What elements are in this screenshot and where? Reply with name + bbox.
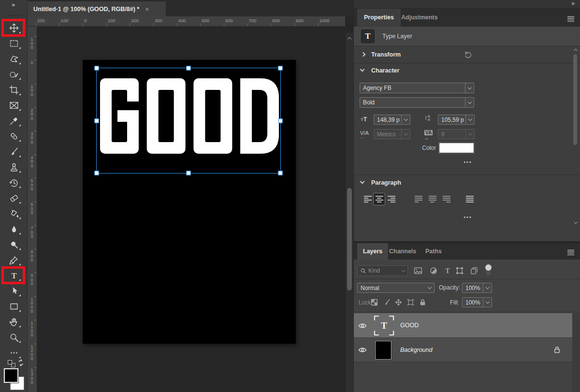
chevron-down-icon[interactable] — [401, 115, 410, 124]
filter-toggle[interactable] — [485, 265, 492, 276]
tool-eyedropper-tool[interactable] — [0, 114, 28, 128]
v-ruler-label: 1 2 0 0 — [29, 345, 35, 361]
tracking-input[interactable]: 0 — [438, 129, 475, 139]
handle-middle-left[interactable] — [95, 118, 99, 123]
handle-bottom-right[interactable] — [278, 171, 283, 175]
visibility-eye-icon[interactable] — [358, 322, 367, 331]
layer-row-background[interactable]: Background — [354, 338, 572, 362]
type-filter-icon[interactable]: T — [444, 267, 451, 276]
tab-channels[interactable]: Channels — [383, 243, 422, 260]
tool-blur-tool[interactable] — [0, 222, 28, 236]
tool-clone-stamp-tool[interactable] — [0, 160, 28, 174]
tool-rectangle-tool[interactable] — [0, 300, 28, 313]
canvas-scrollbar[interactable] — [345, 33, 353, 392]
pasteboard[interactable] — [37, 27, 337, 392]
chevron-down-icon[interactable] — [483, 298, 492, 307]
chevron-down-icon[interactable] — [465, 83, 474, 93]
svg-text:T: T — [445, 267, 450, 275]
horizontal-ruler: 20010001002003004005006007008009001000 — [28, 16, 345, 27]
character-more-options[interactable]: ••• — [453, 159, 482, 165]
tool-dodge-tool[interactable] — [0, 238, 28, 251]
tool-marquee-tool[interactable] — [0, 37, 28, 50]
lock-pixels-icon[interactable] — [383, 299, 391, 308]
chevron-down-icon[interactable] — [465, 130, 474, 139]
align-left-button[interactable] — [362, 193, 373, 205]
align-center-button[interactable] — [374, 193, 385, 205]
tool-history-brush-tool[interactable] — [0, 176, 28, 189]
font-family-select[interactable]: Agency FB — [360, 83, 474, 93]
foreground-color-swatch[interactable] — [4, 368, 18, 383]
tool-move-tool[interactable] — [0, 21, 28, 35]
background-layer-thumbnail[interactable] — [375, 341, 392, 360]
chevron-down-icon[interactable] — [465, 115, 474, 124]
document-tab[interactable]: Untitled-1 @ 100% (GOOD, RGB/8#) * × — [28, 1, 166, 16]
tool-frame-tool[interactable] — [0, 99, 28, 112]
handle-middle-right[interactable] — [278, 118, 283, 123]
tool-healing-brush-tool[interactable] — [0, 130, 28, 143]
chevron-down-icon[interactable] — [425, 283, 434, 292]
chevron-down-icon[interactable] — [483, 283, 492, 292]
justify-center-button[interactable] — [427, 193, 438, 205]
image-filter-icon[interactable] — [414, 267, 422, 276]
handle-top-right[interactable] — [278, 66, 283, 71]
tool-crop-tool[interactable] — [0, 83, 28, 97]
lock-all-icon[interactable] — [420, 299, 426, 308]
tool-object-selection-tool[interactable] — [0, 68, 28, 81]
tab-adjustments[interactable]: Adjustments — [394, 9, 445, 27]
fill-input[interactable]: 100% — [462, 297, 492, 307]
tool-brush-tool[interactable] — [0, 145, 28, 159]
layer-filter-search[interactable]: Kind — [357, 265, 408, 276]
layers-menu-icon[interactable] — [567, 248, 575, 257]
visibility-eye-icon[interactable] — [358, 347, 367, 355]
chevron-down-icon[interactable] — [360, 179, 365, 184]
lock-position-icon[interactable] — [395, 299, 402, 308]
tool-eraser-tool[interactable] — [0, 191, 28, 205]
text-color-swatch[interactable] — [439, 143, 474, 153]
tool-lasso-tool[interactable] — [0, 52, 28, 66]
paragraph-more-options[interactable]: ••• — [453, 214, 482, 220]
panel-collapse-icon[interactable]: » — [571, 0, 575, 7]
type-layer-thumbnail[interactable]: T — [374, 315, 394, 336]
align-right-button[interactable] — [386, 193, 397, 205]
lock-transparency-icon[interactable] — [371, 299, 378, 308]
scroll-up-icon[interactable] — [348, 37, 351, 41]
default-colors-icon[interactable] — [7, 360, 17, 368]
tab-paths[interactable]: Paths — [420, 243, 448, 260]
toolbar-collapse-icon[interactable]: » — [12, 1, 15, 8]
chevron-down-icon[interactable] — [401, 130, 410, 139]
opacity-input[interactable]: 100% — [462, 283, 492, 293]
properties-menu-icon[interactable] — [567, 15, 575, 24]
kerning-input[interactable]: Metrics — [374, 129, 410, 139]
justify-left-button[interactable] — [413, 193, 424, 205]
justify-right-button[interactable] — [441, 193, 452, 205]
font-style-select[interactable]: Bold — [360, 97, 474, 108]
chevron-down-icon[interactable] — [465, 98, 474, 107]
font-size-input[interactable]: 148,39 p — [374, 115, 410, 125]
justify-all-button[interactable] — [464, 193, 475, 205]
chevron-down-icon[interactable] — [360, 67, 365, 72]
tool-zoom-tool[interactable] — [0, 331, 28, 344]
smart-object-filter-icon[interactable] — [470, 267, 478, 276]
transform-selection-box[interactable] — [96, 68, 281, 174]
tool-pen-tool[interactable] — [0, 253, 28, 267]
canvas-scroll-thumb[interactable] — [347, 188, 352, 290]
blend-mode-select[interactable]: Normal — [357, 283, 435, 293]
properties-scroll-thumb[interactable] — [573, 54, 577, 145]
toolbar-grip[interactable] — [5, 15, 22, 16]
transform-reset-icon[interactable] — [464, 50, 472, 60]
tab-close-icon[interactable]: × — [145, 5, 149, 13]
handle-bottom-left[interactable] — [95, 171, 99, 175]
handle-top-center[interactable] — [187, 66, 191, 71]
tool-type-tool[interactable]: T — [0, 269, 28, 282]
tool-paint-bucket-tool[interactable] — [0, 207, 28, 220]
swap-colors-icon[interactable] — [17, 359, 25, 368]
handle-top-left[interactable] — [95, 66, 99, 71]
tool-hand-tool[interactable] — [0, 315, 28, 329]
lock-artboard-icon[interactable] — [407, 299, 414, 308]
handle-bottom-center[interactable] — [187, 171, 191, 175]
leading-input[interactable]: 105,59 p — [438, 115, 475, 125]
shape-filter-icon[interactable] — [456, 267, 464, 276]
adjustment-filter-icon[interactable] — [430, 267, 437, 276]
layer-row-good[interactable]: TGOOD — [354, 313, 572, 338]
tool-path-selection-tool[interactable] — [0, 284, 28, 298]
